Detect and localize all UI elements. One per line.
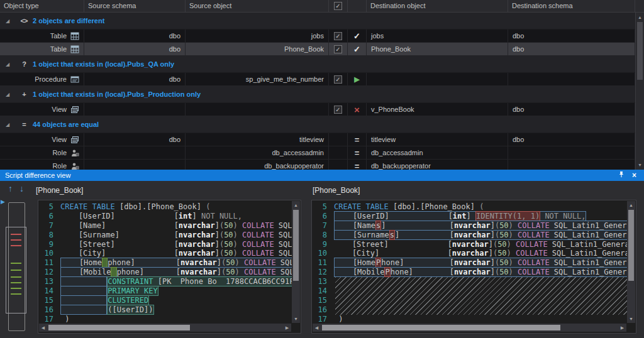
code-token: [City] xyxy=(334,249,448,258)
destination-schema-cell xyxy=(508,73,635,85)
scroll-right-icon[interactable]: ▶ xyxy=(283,324,291,332)
view-icon xyxy=(70,136,79,144)
destination-vertical-scrollbar[interactable]: ▲ ▼ xyxy=(627,201,635,323)
table-row[interactable]: Roledb_backupoperator=db_backupoperator xyxy=(0,160,635,170)
line-number: 10 xyxy=(38,249,53,258)
source-vertical-scrollbar[interactable]: ▲ ▼ xyxy=(292,201,300,323)
code-token: ) xyxy=(507,249,511,258)
table-icon xyxy=(70,45,79,53)
code-token: [ xyxy=(448,212,453,221)
object-type-cell: Table xyxy=(0,30,84,42)
close-icon[interactable]: × xyxy=(632,171,636,180)
code-token: ) xyxy=(334,315,343,323)
scrollbar-thumb[interactable] xyxy=(628,210,634,281)
grid-vertical-scrollbar[interactable]: ▲ ▼ xyxy=(635,13,644,170)
scroll-right-icon[interactable]: ▶ xyxy=(618,324,626,332)
column-header-include-checkbox[interactable]: ✓ xyxy=(329,0,348,12)
scroll-up-icon[interactable]: ▲ xyxy=(292,201,300,209)
destination-script-pane[interactable]: 5CREATE TABLE [dbo].[Phone_Book] (6 [Use… xyxy=(311,200,636,334)
scroll-up-icon[interactable]: ▲ xyxy=(636,13,644,21)
expand-triangle-icon[interactable]: ◢ xyxy=(6,62,13,67)
table-row[interactable]: Proceduredbosp_give_me_the_number✓▶ xyxy=(0,73,635,86)
code-token: COLLATE xyxy=(244,268,276,276)
scroll-left-icon[interactable]: ◀ xyxy=(313,324,321,332)
include-checkbox[interactable]: ✓ xyxy=(334,32,342,40)
group-question-icon: ? xyxy=(18,60,30,68)
expand-triangle-icon[interactable]: ◢ xyxy=(6,18,13,24)
line-number: 7 xyxy=(38,221,53,231)
column-header-source-schema[interactable]: Source schema xyxy=(84,0,186,12)
line-number: 17 xyxy=(38,315,53,323)
minimap-change-mark xyxy=(11,270,21,271)
role-icon xyxy=(70,162,79,170)
scroll-up-icon[interactable]: ▲ xyxy=(627,201,635,209)
source-horizontal-scrollbar[interactable]: ◀ ▶ xyxy=(39,324,291,332)
minimap-change-mark xyxy=(11,276,21,278)
table-row[interactable]: Viewdbotitleview=titleviewdbo xyxy=(0,133,635,146)
pin-icon[interactable] xyxy=(618,171,625,180)
column-header-destination-schema[interactable]: Destination schema xyxy=(508,0,635,12)
include-checkbox[interactable]: ✓ xyxy=(334,75,342,84)
group-row[interactable]: ◢+1 object that exists in (local).Pubs_P… xyxy=(0,86,635,103)
previous-difference-button[interactable]: ↑ xyxy=(8,183,13,194)
group-row[interactable]: ◢<>2 objects are different xyxy=(0,13,635,30)
table-row[interactable]: TabledboPhone_Book✓✓Phone_Bookdbo xyxy=(0,43,635,56)
line-number: 8 xyxy=(312,231,327,240)
source-script-pane[interactable]: 5CREATE TABLE [dbo].[Phone_Book] (6 [Use… xyxy=(38,200,301,334)
expand-triangle-icon[interactable]: ◢ xyxy=(6,122,13,128)
grid-scrollbar-thumb[interactable] xyxy=(637,22,643,80)
code-token: [City] xyxy=(60,249,174,258)
group-row[interactable]: ◢=44 objects are equal xyxy=(0,116,635,133)
next-difference-button[interactable]: ↓ xyxy=(19,183,24,194)
include-checkbox[interactable]: ✓ xyxy=(334,106,342,114)
code-token xyxy=(61,277,106,286)
select-all-checkbox[interactable]: ✓ xyxy=(334,2,342,10)
scroll-down-icon[interactable]: ▼ xyxy=(627,315,635,323)
scroll-left-icon[interactable]: ◀ xyxy=(39,324,47,332)
code-token: SQL_La xyxy=(274,240,292,249)
expand-triangle-icon[interactable]: ◢ xyxy=(6,92,13,97)
destination-object-cell: db_accessadmin xyxy=(367,146,508,159)
include-checkbox-cell: ✓ xyxy=(329,43,348,55)
scrollbar-thumb[interactable] xyxy=(322,325,560,330)
code-token: ) xyxy=(509,221,513,230)
scroll-down-icon[interactable]: ▼ xyxy=(636,161,644,169)
removed-block-highlight: PRIMARY KEY xyxy=(107,286,158,296)
code-token: nvarchar xyxy=(179,249,215,258)
include-checkbox[interactable]: ✓ xyxy=(334,45,342,53)
code-token: SQL_La xyxy=(274,249,292,258)
group-label: 1 object that exists in (local).Pubs_Pro… xyxy=(33,90,201,98)
group-row[interactable]: ◢?1 object that exists in (local).Pubs_Q… xyxy=(0,56,635,73)
code-token xyxy=(240,258,244,267)
status-check-icon: ✓ xyxy=(353,31,360,41)
code-token: [ xyxy=(176,258,180,267)
line-number: 16 xyxy=(312,305,327,315)
table-row[interactable]: Tabledbojobs✓✓jobsdbo xyxy=(0,30,635,43)
column-header-source-object[interactable]: Source object xyxy=(186,0,329,12)
group-plus-icon: + xyxy=(18,90,30,98)
column-header-status[interactable] xyxy=(348,0,367,12)
code-token: [ xyxy=(174,240,179,249)
column-header-destination-object[interactable]: Destination object xyxy=(367,0,508,12)
line-number: 7 xyxy=(312,221,327,231)
line-number: 10 xyxy=(312,249,327,258)
view-icon xyxy=(70,106,79,114)
script-difference-titlebar: Script difference view × xyxy=(0,170,644,181)
scrollbar-thumb[interactable] xyxy=(293,210,299,281)
line-number: 5 xyxy=(312,202,327,212)
inline-added-highlight: s xyxy=(389,230,395,240)
destination-horizontal-scrollbar[interactable]: ◀ ▶ xyxy=(313,324,626,332)
column-header-object-type[interactable]: Object type xyxy=(0,0,84,12)
code-token xyxy=(61,305,106,314)
source-schema-cell xyxy=(84,146,186,159)
scroll-down-icon[interactable]: ▼ xyxy=(292,315,300,323)
table-row[interactable]: View✓×v_PhoneBookdbo xyxy=(0,103,635,116)
table-row[interactable]: Roledb_accessadmin=db_accessadmin xyxy=(0,146,635,160)
object-type-cell: View xyxy=(0,103,84,116)
destination-schema-cell xyxy=(508,146,635,159)
code-line: 14 PRIMARY KEY xyxy=(38,286,292,296)
code-line: 17 ) xyxy=(38,315,292,323)
status-cell: ✓ xyxy=(348,43,367,55)
scrollbar-thumb[interactable] xyxy=(48,325,190,330)
code-token: ] xyxy=(217,268,221,276)
